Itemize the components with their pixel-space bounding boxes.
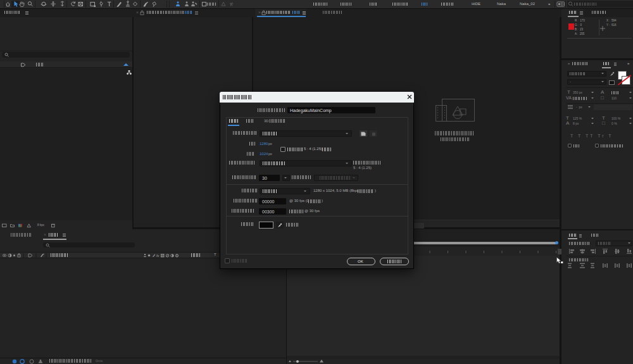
svg-text:fx: fx <box>156 254 160 258</box>
